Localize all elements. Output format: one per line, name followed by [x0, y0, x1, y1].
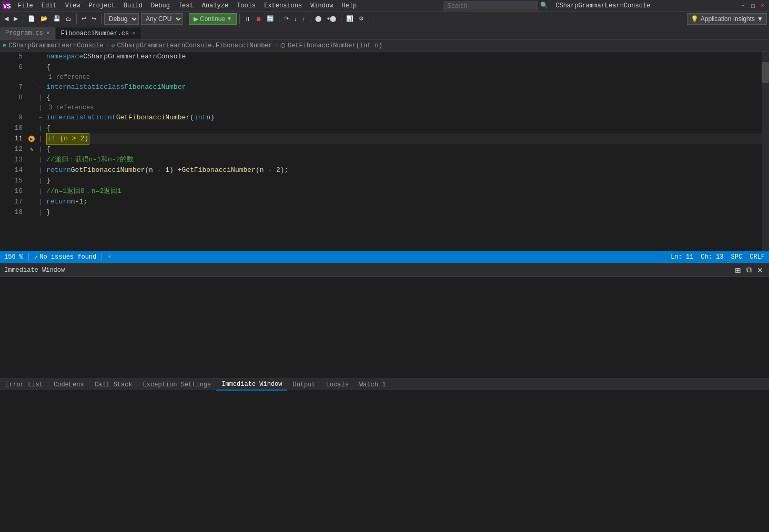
indicator-12: [26, 155, 37, 165]
menu-item-project[interactable]: Project: [84, 1, 119, 11]
back-button[interactable]: ◀: [2, 13, 11, 25]
thread-button[interactable]: ⚙: [357, 13, 366, 25]
branch-indicator: ⑂: [107, 253, 111, 261]
code-editor[interactable]: namespace CSharpGrammarLearnConsole { 1 …: [44, 52, 762, 251]
fold-12: │: [37, 144, 44, 155]
zoom-level[interactable]: 156 %: [4, 253, 23, 261]
play-icon: ▶: [194, 15, 198, 23]
breadcrumb-method[interactable]: GetFibonacciNumber(int n): [288, 42, 382, 49]
indicator-11[interactable]: ▶: [26, 134, 37, 144]
open-button[interactable]: 📂: [38, 13, 50, 25]
btab-call-stack[interactable]: Call Stack: [89, 379, 138, 391]
breadcrumb-sep-2: ›: [275, 42, 278, 49]
forward-button[interactable]: ▶: [12, 13, 20, 25]
line-6: 6: [7, 62, 23, 73]
indicator-ref1: [26, 73, 37, 82]
continue-button[interactable]: ▶ Continue ▼: [189, 13, 237, 25]
fold-ref2: │: [37, 103, 44, 112]
fold-7[interactable]: ─: [37, 82, 44, 93]
line-18: 18: [7, 207, 23, 218]
line-ref1: [7, 73, 23, 82]
menu-item-extensions[interactable]: Extensions: [260, 1, 306, 11]
menu-item-tools[interactable]: Tools: [232, 1, 260, 11]
new-project-button[interactable]: 📄: [26, 13, 37, 25]
column-status: Ch: 13: [701, 253, 723, 261]
menu-item-view[interactable]: View: [61, 1, 85, 11]
maximize-button[interactable]: □: [749, 0, 757, 12]
tab-bar: Program.cs × FibonacciNumber.cs ×: [0, 26, 769, 40]
save-button[interactable]: 💾: [51, 13, 63, 25]
search-input[interactable]: [443, 1, 538, 11]
restart-button[interactable]: 🔄: [265, 13, 276, 25]
line-number-status: Ln: 11: [671, 253, 693, 261]
separator-4: [186, 14, 186, 24]
status-right-items: Ln: 11 Ch: 13 SPC CRLF: [671, 253, 765, 261]
tab-program-close[interactable]: ×: [46, 30, 50, 36]
tab-program[interactable]: Program.cs ×: [0, 27, 56, 39]
immediate-content[interactable]: [0, 277, 769, 378]
menu-item-debug[interactable]: Debug: [147, 1, 174, 11]
step-over-button[interactable]: ↷: [282, 13, 291, 25]
debug-config-select[interactable]: Debug: [104, 13, 139, 25]
menu-item-file[interactable]: File: [14, 1, 37, 11]
vertical-scrollbar[interactable]: [762, 52, 769, 251]
breadcrumb-sep-1: ›: [106, 42, 109, 49]
btab-watch-1[interactable]: Watch 1: [354, 379, 391, 391]
menu-item-window[interactable]: Window: [306, 1, 337, 11]
token-internal-9: internal: [46, 112, 79, 123]
stop-button[interactable]: ⏹: [254, 13, 264, 25]
tab-fibonacci-close[interactable]: ×: [132, 30, 136, 37]
btab-locals[interactable]: Locals: [321, 379, 354, 391]
line-15: 15: [7, 176, 23, 186]
menu-item-edit[interactable]: Edit: [37, 1, 61, 11]
menu-item-test[interactable]: Test: [174, 1, 198, 11]
new-breakpoint-button[interactable]: +⬤: [325, 13, 338, 25]
issues-status[interactable]: ✓ No issues found: [34, 253, 96, 261]
btab-immediate-window[interactable]: Immediate Window: [216, 379, 287, 391]
breadcrumb-class[interactable]: CSharpGrammarLearnConsole.FibonacciNumbe…: [117, 42, 272, 49]
platform-select[interactable]: Any CPU: [141, 13, 183, 25]
immediate-pin-button[interactable]: ⊞: [733, 266, 743, 274]
separator-3: [101, 14, 102, 24]
status-sep-2: [102, 253, 102, 261]
breakpoints-button[interactable]: ⬤: [313, 13, 323, 25]
title-bar-text: CSharpGrammarLearnConsole: [555, 2, 650, 9]
line-12: 12: [7, 144, 23, 155]
separator-1: [23, 14, 23, 24]
pause-button[interactable]: ⏸: [242, 13, 252, 25]
btab-codelens[interactable]: CodeLens: [48, 379, 89, 391]
step-into-button[interactable]: ↓: [292, 13, 299, 25]
btab-error-list[interactable]: Error List: [0, 379, 48, 391]
line-14: 14: [7, 165, 23, 176]
btab-exception-settings[interactable]: Exception Settings: [138, 379, 217, 391]
btab-output[interactable]: Output: [287, 379, 320, 391]
code-line-9: internal static int GetFibonacciNumber (…: [46, 112, 762, 123]
close-button[interactable]: ✕: [758, 0, 767, 12]
breadcrumb-project[interactable]: CSharpGrammarLearnConsole: [9, 42, 104, 49]
line-5: 5: [7, 52, 23, 62]
app-insights-button[interactable]: 💡 Application Insights ▼: [687, 13, 767, 25]
step-out-button[interactable]: ↑: [300, 13, 307, 25]
code-line-13: //递归：获得n-1和n-2的数: [46, 155, 762, 165]
menu-item-build[interactable]: Build: [119, 1, 147, 11]
scrollbar-thumb[interactable]: [762, 62, 769, 83]
save-all-button[interactable]: 🗂: [64, 13, 74, 25]
undo-button[interactable]: ↩: [79, 13, 88, 25]
immediate-float-button[interactable]: ⧉: [745, 265, 753, 274]
menu-item-help[interactable]: Help: [337, 1, 361, 11]
menu-item-analyze[interactable]: Analyze: [198, 1, 232, 11]
immediate-close-button[interactable]: ✕: [755, 266, 765, 274]
indicator-8: [26, 93, 37, 103]
editor-area: 5 6 7 8 9 10 11 12 13 14 15 16 17 18 ▶ ✎: [0, 52, 769, 251]
search-icon[interactable]: 🔍: [538, 2, 550, 9]
redo-button[interactable]: ↪: [89, 13, 98, 25]
fold-9[interactable]: ─: [37, 112, 44, 123]
indicator-13: [26, 165, 37, 176]
token-namespace-name: CSharpGrammarLearnConsole: [83, 52, 186, 62]
tab-fibonacci[interactable]: FibonacciNumber.cs ×: [56, 27, 141, 39]
line-10: 10: [7, 123, 23, 134]
indicator-ref2: [26, 103, 37, 112]
minimize-button[interactable]: －: [738, 0, 748, 12]
breadcrumb-icon-2: ◇: [112, 42, 115, 49]
perf-button[interactable]: 📊: [344, 13, 356, 25]
